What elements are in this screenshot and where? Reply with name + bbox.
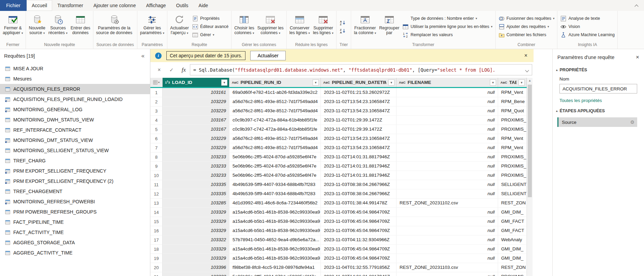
cell[interactable]: null — [396, 88, 498, 97]
menu-tab-affichage[interactable]: Affichage — [141, 0, 171, 11]
ribbon-button-sort-desc[interactable]: ZA — [339, 28, 346, 34]
ribbon-button-actualiser-l-aper-u[interactable]: Actualiserl'aperçu ▾ — [169, 12, 190, 36]
cell[interactable]: 2023-11-02T01:29:39.1472Z — [321, 116, 396, 125]
properties-section-header[interactable]: ▴ PROPRIÉTÉS — [556, 68, 639, 72]
ribbon-button-g-rer[interactable]: Gérer▾ — [192, 32, 228, 38]
cell[interactable]: null — [396, 116, 498, 125]
ribbon-button-combiner-les-fichiers[interactable]: Combiner les fichiers — [498, 32, 555, 38]
query-item-aggreg-activity-time[interactable]: AGGREG_ACTIVITY_TIME — [0, 248, 150, 258]
ribbon-button-analyse-de-texte[interactable]: Analyse de texte — [560, 15, 615, 22]
cell[interactable]: 2023-11-02T14:01:31.8817946Z — [321, 162, 396, 171]
cell[interactable]: REST_ZON — [498, 263, 527, 272]
cell[interactable]: 2023-11-03T06:45:04.9864709Z — [321, 226, 396, 235]
cell[interactable]: 5e06b96c-2ff5-4024-870d-a59285e6f47e — [229, 171, 321, 180]
applied-step-source[interactable]: Source⚙ — [557, 117, 637, 127]
cell[interactable]: 103322 — [163, 235, 229, 245]
cell[interactable]: 103329 — [163, 226, 229, 235]
cell[interactable]: 103229 — [163, 134, 229, 143]
cell[interactable]: PROXIMIS_ — [498, 125, 527, 134]
cell[interactable]: a56d76c2-8f61-493e-8512-7d1f7549add4 — [229, 143, 321, 152]
cell[interactable]: null — [396, 245, 498, 254]
cell[interactable]: 2023-11-03T06:45:04.9864709Z — [321, 208, 396, 217]
cell[interactable]: a15a4cd6-b5b1-461b-8538-962c99330ea9 — [229, 245, 321, 254]
cell[interactable]: 2023-11-02T13:54:23.1065847Z — [321, 97, 396, 106]
cell[interactable]: 2023-11-02T01:21:53.2602972Z — [321, 88, 396, 97]
cell[interactable]: a15a4cd6-b5b1-461b-8538-962c99330ea9 — [229, 226, 321, 235]
cell[interactable]: REST_ZONE_20231102.csv — [396, 199, 498, 208]
cell[interactable]: 103229 — [163, 143, 229, 152]
cell[interactable]: 2023-11-03T06:45:04.9864709Z — [321, 245, 396, 254]
query-item-mise-a-jour[interactable]: MISE A JOUR — [0, 63, 150, 74]
row-number[interactable]: 9 — [150, 162, 163, 171]
menu-tab-outils[interactable]: Outils — [171, 0, 194, 11]
cell[interactable]: 103329 — [163, 245, 229, 254]
row-number[interactable]: 19 — [150, 254, 163, 263]
query-item-monitoring-dwh-status-view[interactable]: MONITORING_DWH_STATUS_VIEW — [0, 115, 150, 125]
cell[interactable]: GMI_DIM_ — [498, 208, 527, 217]
row-number[interactable]: 17 — [150, 235, 163, 245]
cell[interactable]: RPM_Bene — [498, 97, 527, 106]
row-number[interactable]: 15 — [150, 217, 163, 226]
cell[interactable]: 103285 — [163, 199, 229, 208]
cell[interactable]: 103233 — [163, 272, 229, 276]
cell[interactable]: null — [396, 171, 498, 180]
menu-tab-ajouter-une-colonne[interactable]: Ajouter une colonne — [88, 0, 141, 11]
ribbon-button-conserver-les-lignes[interactable]: Conserverles lignes ▾ — [288, 12, 311, 36]
cell[interactable]: 103233 — [163, 171, 229, 180]
ribbon-collapse-icon[interactable] — [634, 4, 638, 8]
query-item-tref-charg[interactable]: TREF_CHARG — [0, 156, 150, 166]
cell[interactable]: null — [396, 152, 498, 162]
cell[interactable]: 2023-11-04T01:32:55.7791856Z — [321, 263, 396, 272]
row-number[interactable]: 7 — [150, 143, 163, 152]
ribbon-button-diteur-avanc[interactable]: Éditeur avancé — [192, 24, 228, 30]
file-menu-button[interactable]: Fichier — [0, 0, 27, 11]
filter-icon[interactable]: ▾ — [490, 79, 496, 86]
ribbon-button-type-de-donn-es-nombre-entier[interactable]: Type de données : Nombre entier▾ — [402, 15, 492, 22]
cell[interactable]: RPM_Vent — [498, 134, 527, 143]
row-number[interactable]: 13 — [150, 199, 163, 208]
all-properties-link[interactable]: Toutes les propriétés — [559, 98, 602, 103]
cell[interactable]: 103396 — [163, 263, 229, 272]
ribbon-button-sort-asc[interactable]: AZ — [339, 19, 346, 26]
row-number[interactable]: 1 — [150, 88, 163, 97]
cell[interactable]: c0c9b397-c742-472a-884a-61b4bb85f1fe — [229, 125, 321, 134]
query-item-aggreg-storage-data[interactable]: AGGREG_STORAGE_DATA — [0, 237, 150, 248]
query-item-prm-export-selligent-frequency-2[interactable]: PRM EXPORT_SELLIGENT_FREQUENCY (2) — [0, 176, 150, 186]
cell[interactable]: 2023-11-02T14:01:31.8817946Z — [321, 171, 396, 180]
query-item-acquisition-files-error[interactable]: ACQUISITION_FILES_ERROR — [0, 84, 150, 94]
cell[interactable]: 4b49b539-5ff9-4407-9334-688b4fb7f283 — [229, 189, 321, 199]
row-number[interactable]: 18 — [150, 245, 163, 254]
cell[interactable]: GMI_DIM_ — [498, 245, 527, 254]
cell[interactable]: SELLIGENT — [498, 189, 527, 199]
cell[interactable]: 103335 — [163, 189, 229, 199]
ribbon-button-fusionner-des-requ-tes[interactable]: Fusionner des requêtes▾ — [498, 15, 555, 22]
table-select-all-button[interactable]: ▾ — [150, 78, 163, 87]
menu-tab-accueil[interactable]: Accueil — [27, 0, 52, 11]
cell[interactable]: null — [396, 143, 498, 152]
column-header-pipeline-run-datetime[interactable]: ABCPIPELINE_RUN_DATETIME▾ — [321, 78, 396, 87]
ribbon-button-supprimer-les-colonnes[interactable]: Supprimer lescolonnes ▾ — [256, 12, 285, 36]
cell[interactable]: 103229 — [163, 97, 229, 106]
cell[interactable]: null — [396, 125, 498, 134]
collapse-queries-pane-icon[interactable]: « — [141, 53, 145, 59]
ribbon-button-propri-t-s[interactable]: Propriétés — [192, 15, 228, 22]
filter-icon[interactable]: ▾ — [313, 79, 319, 86]
scroll-up-icon[interactable]: ▲ — [527, 79, 533, 82]
row-number[interactable]: 8 — [150, 152, 163, 162]
query-name-input[interactable] — [559, 84, 637, 93]
cell[interactable]: 57b78941-0450-4652-9ea4-d9b5e6a72a... — [229, 235, 321, 245]
cell[interactable]: PROXIMIS — [498, 272, 527, 276]
commit-formula-icon[interactable]: ✓ — [165, 67, 178, 73]
cell[interactable]: 103233 — [163, 162, 229, 171]
cell[interactable]: SELLIGENT — [498, 180, 527, 189]
query-item-prm-export-selligent-frequency[interactable]: PRM EXPORT_SELLIGENT_FREQUENCY — [0, 166, 150, 176]
cell[interactable]: GMI_FACT — [498, 217, 527, 226]
refresh-preview-button[interactable]: Actualiser — [250, 51, 285, 60]
cell[interactable]: 5e06b96c-2ff5-4024-870d-a59285e6f47e — [229, 162, 321, 171]
column-header-load-id[interactable]: 123LOAD_ID▾ — [163, 78, 229, 87]
row-number[interactable]: 20 — [150, 263, 163, 272]
row-number[interactable]: 21 — [150, 272, 163, 276]
cell[interactable]: 103229 — [163, 106, 229, 116]
cell[interactable]: 2023-11-03T08:38:04.2667966Z — [321, 180, 396, 189]
ribbon-button-fermer-appliquer[interactable]: Fermer &appliquer ▾ — [1, 12, 24, 36]
